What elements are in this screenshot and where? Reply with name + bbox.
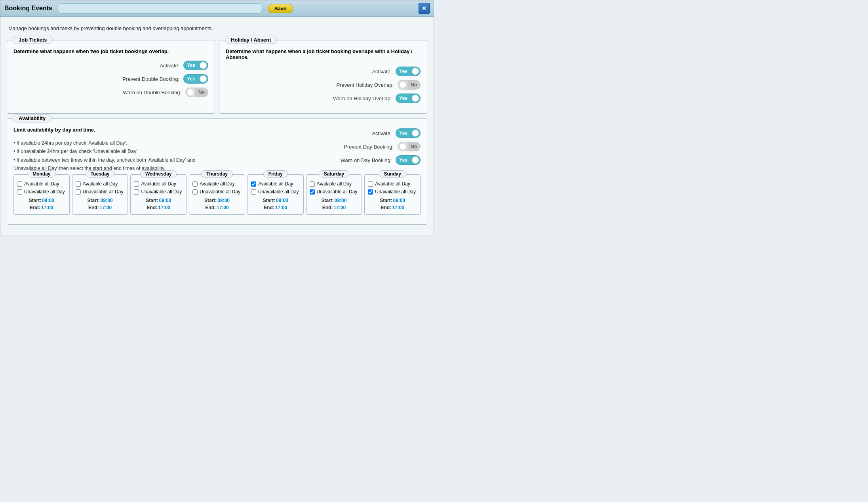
unavailable-checkbox-tuesday[interactable]: [76, 189, 81, 195]
available-label-tuesday: Available all Day: [83, 181, 118, 187]
end-label-wednesday: End:: [147, 205, 158, 210]
day-title-wednesday: Wednesday: [140, 170, 177, 178]
day-title-friday: Friday: [263, 170, 288, 178]
unavailable-checkbox-friday[interactable]: [251, 189, 256, 195]
unavailable-checkbox-monday[interactable]: [17, 189, 22, 195]
unavailable-checkbox-saturday[interactable]: [310, 189, 315, 195]
end-time-row-friday: End: 17:00: [264, 205, 287, 210]
top-sections-row: Job Tickets Determine what happens when …: [7, 40, 427, 114]
availability-desc: Limit availability by day and time.: [13, 127, 302, 133]
save-button[interactable]: Save: [268, 4, 293, 13]
unavailable-label-saturday: Unavailable all Day: [317, 189, 358, 195]
bullet-1: If available 24hrs per day check 'Availa…: [13, 139, 302, 147]
available-check-row-tuesday: Available all Day: [76, 181, 125, 187]
day-card-tuesday: Tuesday Available all Day Unavailable al…: [72, 174, 128, 215]
unavailable-check-row-thursday: Unavailable all Day: [192, 189, 242, 195]
unavailable-checkbox-sunday[interactable]: [368, 189, 373, 195]
start-value-tuesday[interactable]: 09:00: [101, 198, 113, 203]
availability-left: Limit availability by day and time. If a…: [13, 124, 302, 173]
job-prevent-knob: [200, 75, 207, 82]
start-label-tuesday: Start:: [88, 198, 100, 203]
available-checkbox-tuesday[interactable]: [76, 181, 81, 187]
end-value-wednesday[interactable]: 17:00: [158, 205, 170, 210]
time-pair-friday: Start: 09:00 End: 17:00: [251, 196, 300, 210]
end-label-tuesday: End:: [88, 205, 99, 210]
job-warn-knob: [187, 89, 194, 96]
avail-warn-toggle[interactable]: Yes: [396, 155, 421, 165]
end-time-row-tuesday: End: 17:00: [88, 205, 112, 210]
start-value-wednesday[interactable]: 09:00: [159, 198, 171, 203]
available-checkbox-wednesday[interactable]: [134, 181, 139, 187]
available-check-row-monday: Available all Day: [17, 181, 66, 187]
job-warn-toggle[interactable]: No: [185, 88, 208, 97]
availability-body: Limit availability by day and time. If a…: [13, 124, 421, 173]
available-checkbox-monday[interactable]: [17, 181, 22, 187]
start-label-wednesday: Start:: [146, 198, 158, 203]
avail-activate-on: Yes: [396, 129, 411, 137]
end-value-friday[interactable]: 17:00: [275, 205, 287, 210]
avail-warn-on: Yes: [396, 156, 411, 164]
holiday-warn-label: Warn on Holiday Overlap:: [333, 95, 392, 101]
job-activate-toggle[interactable]: Yes: [183, 61, 208, 70]
start-value-friday[interactable]: 09:00: [276, 198, 288, 203]
available-checkbox-sunday[interactable]: [368, 181, 373, 187]
time-pair-saturday: Start: 09:00 End: 17:00: [310, 196, 359, 210]
start-label-saturday: Start:: [321, 198, 333, 203]
end-time-row-sunday: End: 17:00: [381, 205, 404, 210]
holiday-warn-row: Warn on Holiday Overlap: Yes: [226, 94, 421, 103]
job-warn-label: Warn on Double Booking:: [123, 90, 181, 95]
end-time-row-monday: End: 17:00: [30, 205, 53, 210]
end-value-tuesday[interactable]: 17:00: [100, 205, 112, 210]
available-check-row-wednesday: Available all Day: [134, 181, 183, 187]
avail-prevent-toggle[interactable]: No: [398, 142, 421, 151]
start-time-row-saturday: Start: 09:00: [321, 198, 346, 203]
holiday-warn-toggle[interactable]: Yes: [396, 94, 421, 103]
avail-warn-label: Warn on Day Booking:: [341, 157, 392, 163]
availability-section: Availability Limit availability by day a…: [7, 118, 427, 225]
search-bar[interactable]: [57, 3, 263, 13]
end-time-row-thursday: End: 17:00: [205, 205, 228, 210]
unavailable-checkbox-thursday[interactable]: [192, 189, 198, 195]
unavailable-label-tuesday: Unavailable all Day: [83, 189, 124, 195]
job-prevent-toggle[interactable]: Yes: [183, 74, 208, 84]
avail-activate-toggle[interactable]: Yes: [396, 128, 421, 138]
start-label-thursday: Start:: [204, 198, 217, 203]
start-value-monday[interactable]: 09:00: [42, 198, 54, 203]
start-time-row-sunday: Start: 09:00: [380, 198, 405, 203]
start-time-row-wednesday: Start: 09:00: [146, 198, 171, 203]
day-title-saturday: Saturday: [319, 170, 349, 178]
search-input[interactable]: [61, 6, 259, 11]
end-value-sunday[interactable]: 17:00: [392, 205, 404, 210]
unavailable-label-friday: Unavailable all Day: [258, 189, 299, 195]
close-button[interactable]: ✕: [419, 3, 430, 14]
unavailable-check-row-friday: Unavailable all Day: [251, 189, 300, 195]
available-checkbox-saturday[interactable]: [310, 181, 315, 187]
available-checkbox-thursday[interactable]: [192, 181, 198, 187]
job-prevent-on: Yes: [184, 74, 198, 83]
holiday-activate-label: Activate:: [372, 69, 392, 74]
holiday-section: Holiday / Absent Determine what happens …: [219, 40, 427, 114]
day-title-tuesday: Tuesday: [86, 170, 115, 178]
start-time-row-monday: Start: 09:00: [29, 198, 54, 203]
holiday-activate-toggle[interactable]: Yes: [396, 67, 421, 76]
available-checkbox-friday[interactable]: [251, 181, 256, 187]
unavailable-label-monday: Unavailable all Day: [24, 189, 65, 195]
day-card-monday: Monday Available all Day Unavailable all…: [13, 174, 70, 215]
avail-activate-knob: [412, 130, 419, 137]
job-prevent-row: Prevent Double Booking: Yes: [13, 74, 208, 84]
unavailable-check-row-wednesday: Unavailable all Day: [134, 189, 183, 195]
unavailable-checkbox-wednesday[interactable]: [134, 189, 139, 195]
start-value-thursday[interactable]: 09:00: [217, 198, 230, 203]
end-value-monday[interactable]: 17:00: [41, 205, 53, 210]
job-activate-knob: [200, 62, 207, 69]
start-value-sunday[interactable]: 09:00: [393, 198, 405, 203]
available-check-row-sunday: Available all Day: [368, 181, 417, 187]
holiday-activate-on: Yes: [396, 67, 411, 76]
holiday-prevent-toggle[interactable]: No: [398, 80, 421, 90]
end-value-thursday[interactable]: 17:00: [217, 205, 229, 210]
job-tickets-desc: Determine what happens when two job tick…: [13, 48, 208, 54]
start-value-saturday[interactable]: 09:00: [335, 198, 347, 203]
availability-bullets: If available 24hrs per day check 'Availa…: [13, 139, 302, 173]
day-card-saturday: Saturday Available all Day Unavailable a…: [306, 174, 362, 215]
end-value-saturday[interactable]: 17:00: [333, 205, 346, 210]
